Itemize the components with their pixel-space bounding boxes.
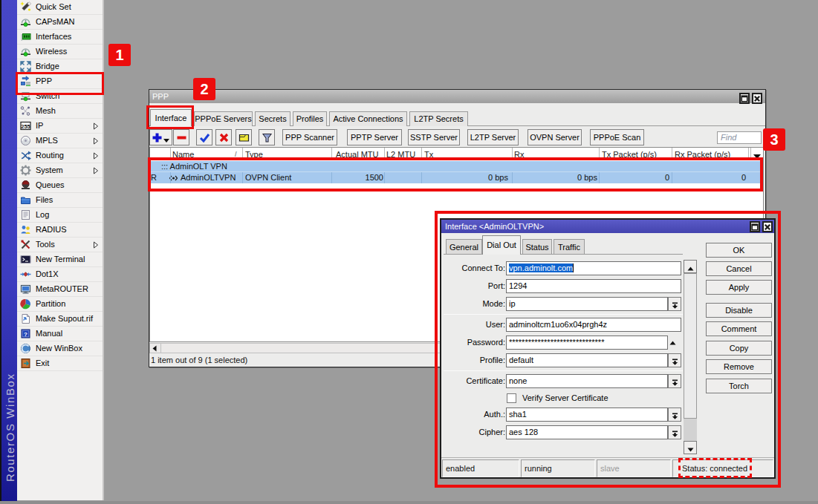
- svg-text:?: ?: [24, 331, 27, 338]
- svg-text:255: 255: [21, 123, 30, 130]
